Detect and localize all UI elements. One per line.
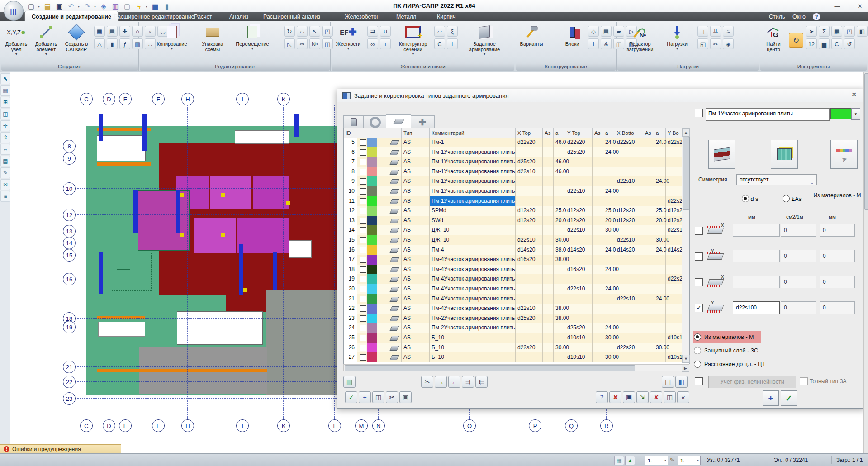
grid-bubble-10[interactable]: 10 [63, 182, 76, 195]
row-checkbox[interactable] [360, 159, 366, 165]
row-checkbox[interactable] [360, 198, 366, 204]
row-checkbox[interactable] [360, 345, 366, 351]
cell[interactable]: 9 [344, 176, 357, 186]
table-row[interactable]: 11ASПм-1Участок армирования плитыd22s20 [344, 196, 683, 206]
cell[interactable]: 13 [344, 216, 357, 226]
dropdown-caret-icon[interactable]: ▾ [38, 5, 40, 9]
undo-icon[interactable]: ↶ [66, 1, 76, 11]
solid-type-button[interactable] [771, 140, 798, 169]
new-document-icon[interactable]: ▢ [26, 1, 36, 11]
table-row[interactable]: 19ASПм-4Участок армирования плитыd22s20 [344, 274, 683, 284]
cut-rows-button[interactable]: ✂ [421, 376, 433, 388]
row-checkbox[interactable] [360, 227, 366, 233]
table-row[interactable]: 24ASПм-2Участок армирования плитыd25s202… [344, 323, 683, 333]
cell[interactable]: 5 [344, 138, 357, 147]
bar-checkbox-4[interactable]: ✓ [695, 304, 703, 312]
move-icon[interactable]: ✛ [0, 120, 10, 131]
cell[interactable] [357, 206, 367, 216]
cursor-colors-icon[interactable]: ➤ [806, 26, 817, 37]
grid-bubble-12[interactable]: 12 [63, 209, 76, 221]
grid-icon[interactable]: ▦ [0, 85, 10, 96]
type-name-input[interactable]: Пм-1Участок армирования плиты [706, 108, 830, 121]
loads-set-icon[interactable]: ⇉ [367, 26, 378, 37]
grid-bubble-H[interactable]: H [181, 93, 194, 105]
cell[interactable]: 8 [344, 167, 357, 177]
copy-type-button[interactable]: ◫ [372, 391, 384, 403]
flash-icon[interactable]: ϟ [134, 1, 144, 11]
cell[interactable] [357, 186, 367, 196]
grid-bubble-C-bottom[interactable]: C [80, 419, 93, 432]
option-cover-radio[interactable]: Защитный слой - ЗС [694, 347, 758, 354]
pack-scheme-button[interactable]: Упаковка схемы [194, 24, 231, 52]
grid-bubble-21[interactable]: 21 [63, 361, 76, 373]
cc-units-icon[interactable]: C [434, 38, 445, 49]
table-row[interactable]: 17ASПм-4Участок армирования плитыd16s203… [344, 255, 683, 265]
scroll-down-icon[interactable]: ▼ [682, 355, 690, 363]
snapshot-icon[interactable]: ▢ [122, 1, 132, 11]
bar-mm-input-2[interactable]: 0 [820, 250, 855, 262]
i-beam-icon[interactable]: I [588, 38, 599, 49]
row-checkbox[interactable] [360, 266, 366, 273]
frame-icon[interactable]: ▦ [94, 26, 105, 37]
plane-icon[interactable]: ◺ [284, 38, 295, 49]
row-checkbox[interactable] [360, 188, 366, 195]
tab-8[interactable]: Кирпич [431, 12, 462, 21]
grid-bubble-Q-bottom[interactable]: Q [565, 419, 578, 432]
book-icon[interactable]: ▥ [110, 1, 120, 11]
table-row[interactable]: 22ASПм-4Участок армирования плитыd22s103… [344, 304, 683, 314]
blocks-button[interactable]: Блоки [560, 24, 584, 47]
bar-as-input-3[interactable]: 0 [781, 276, 816, 288]
bar-checkbox-2[interactable] [695, 252, 703, 261]
bottle-icon[interactable]: ▯ [697, 26, 708, 37]
find-center-button[interactable]: G Найти центр [761, 24, 786, 52]
rotate-icon[interactable]: ↻ [284, 26, 295, 37]
brick-wall-icon[interactable]: ▤ [601, 26, 612, 37]
cell[interactable] [357, 304, 367, 314]
type-name-checkbox[interactable] [695, 109, 703, 117]
paste-type-button[interactable]: ▣ [399, 391, 412, 403]
row-checkbox[interactable] [360, 218, 366, 224]
chart-3d-icon[interactable]: ▆ [150, 1, 160, 11]
grid-bubble-E[interactable]: E [119, 93, 132, 105]
delete-button[interactable]: ✘ [650, 391, 662, 403]
row-checkbox[interactable] [360, 208, 366, 214]
row-checkbox[interactable] [360, 296, 366, 302]
histogram-icon[interactable]: ▅ [819, 38, 830, 49]
table-edit-button[interactable]: ▦ [343, 376, 356, 388]
cell[interactable]: 6 [344, 147, 357, 157]
plate-shift-icon[interactable]: ▱ [434, 26, 445, 37]
select-arrow-icon[interactable]: ⬉ [0, 73, 10, 84]
table-row[interactable]: 8ASПм-1Участок армирования плитыd22s1046… [344, 167, 683, 177]
tab-6[interactable]: Железобетон [338, 12, 386, 21]
grid-bubble-I[interactable]: I [236, 93, 249, 105]
dialog-tab-plates[interactable] [386, 114, 411, 128]
joint-icon[interactable]: + [380, 38, 391, 49]
cell[interactable]: 14 [344, 225, 357, 235]
create-sapfir-button[interactable]: Создать в САПФИР [62, 24, 91, 52]
grid-bubble-23[interactable]: 23 [63, 392, 76, 405]
option-materials-radio[interactable]: Из материалов - М [694, 333, 754, 341]
move-left-button[interactable]: ← [448, 376, 460, 388]
dropdown-caret-icon[interactable]: ▾ [146, 5, 147, 9]
cell[interactable]: 11 [344, 196, 357, 206]
row-checkbox[interactable] [360, 335, 366, 341]
lock-icon[interactable]: ▮ [162, 1, 172, 11]
cell[interactable]: 17 [344, 255, 357, 265]
numbers-12-icon[interactable]: 12 [806, 38, 817, 49]
dialog-title-bar[interactable]: Задание и корректировка типов заданного … [337, 89, 864, 102]
table-row[interactable]: 20ASПм-4Участок армирования плитыd22s102… [344, 284, 683, 294]
apply-model-button[interactable]: ▤ [662, 376, 674, 388]
cell[interactable]: 25 [344, 333, 357, 343]
menu-окно[interactable]: Окно [792, 12, 806, 21]
pick-color-button[interactable]: ➤ [830, 140, 858, 169]
delete-table-button[interactable]: ✘ [609, 391, 621, 403]
row-checkbox[interactable] [360, 276, 366, 282]
row-checkbox[interactable] [360, 315, 366, 322]
dialog-tab-bars[interactable] [343, 115, 364, 128]
refresh-2-icon[interactable]: ↺ [844, 38, 855, 49]
grid-bubble-I-bottom[interactable]: I [236, 419, 249, 432]
table-row[interactable]: 18ASПм-4Участок армирования плитыd16s202… [344, 265, 683, 275]
plan-view-icon[interactable]: ⊞ [0, 97, 10, 108]
bar-as-input-2[interactable]: 0 [781, 250, 816, 262]
exact-type-checkbox[interactable] [800, 377, 808, 385]
